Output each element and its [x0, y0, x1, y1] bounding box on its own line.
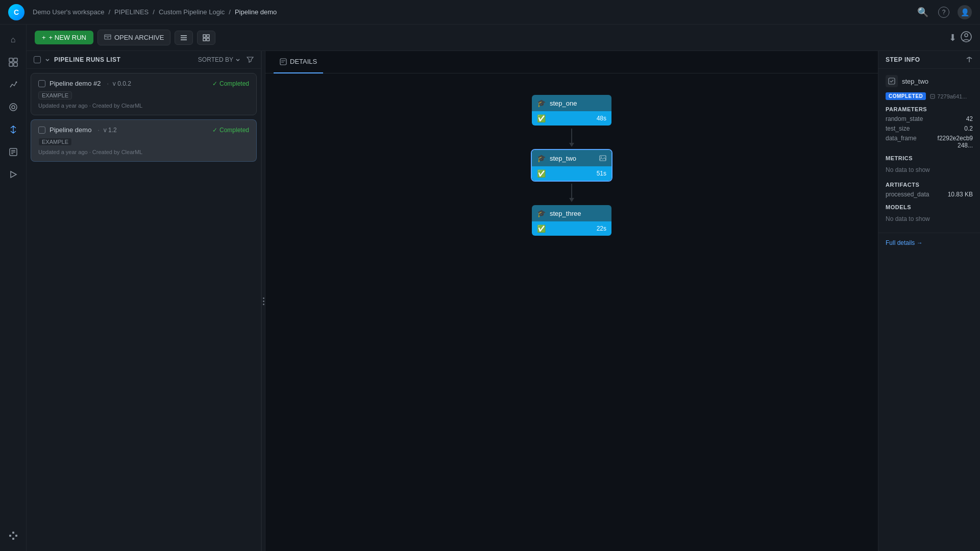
step-info-header: STEP INFO	[878, 51, 980, 69]
open-archive-button[interactable]: OPEN ARCHIVE	[97, 30, 171, 45]
tab-details[interactable]: DETAILS	[274, 51, 323, 73]
download-icon[interactable]: ⬇	[949, 32, 957, 43]
step-node-two[interactable]: 🎓 step_two ✅	[531, 149, 612, 182]
check-circle-icon: ✅	[537, 224, 546, 233]
step-id: 7279a641...	[937, 93, 967, 99]
completed-badge: COMPLETED	[886, 92, 926, 100]
search-icon[interactable]: 🔍	[916, 5, 930, 19]
run-status-label: Completed	[219, 127, 249, 134]
param-val: 0.2	[964, 125, 973, 132]
svg-rect-3	[14, 63, 17, 66]
user-profile-icon[interactable]	[961, 31, 972, 44]
step-info-content: step_two COMPLETED 7279a641... PARAMETER…	[878, 69, 980, 231]
run-tag-label: EXAMPLE	[38, 138, 72, 146]
svg-point-32	[601, 157, 602, 158]
sidebar-item-pipelines[interactable]	[4, 120, 22, 139]
sorted-by-control[interactable]: SORTED BY	[198, 56, 240, 63]
models-empty: No data to show	[886, 213, 973, 224]
sidebar-bottom	[4, 522, 22, 545]
sidebar-item-run[interactable]	[4, 165, 22, 184]
main-layout: ⌂	[0, 24, 980, 551]
breadcrumb-pipelines[interactable]: PIPELINES	[114, 8, 149, 16]
run-item[interactable]: Pipeline demo · v 1.2 ✓ Completed EXAMPL…	[31, 119, 257, 162]
param-val: 42	[966, 115, 973, 122]
param-val: f2292e2ecb9248...	[937, 135, 973, 149]
connector-line	[571, 184, 572, 198]
top-nav-actions: 🔍 ? 👤	[916, 5, 972, 19]
sidebar-item-dashboard[interactable]	[4, 53, 22, 71]
sort-chevron-icon	[235, 57, 240, 62]
help-icon[interactable]: ?	[938, 7, 949, 18]
svg-rect-34	[889, 78, 895, 84]
panel-area: PIPELINE RUNS LIST SORTED BY	[27, 51, 980, 551]
run-separator: ·	[107, 80, 108, 87]
sidebar-item-home[interactable]: ⌂	[4, 31, 22, 49]
left-panel: PIPELINE RUNS LIST SORTED BY	[27, 51, 261, 551]
sidebar: ⌂	[0, 24, 27, 551]
step-node-one[interactable]: 🎓 step_one ✅ 48s	[531, 94, 612, 127]
artifact-val: 10.83 KB	[948, 191, 973, 198]
sidebar-item-slack[interactable]	[4, 527, 22, 545]
check-icon: ✓	[212, 80, 217, 87]
breadcrumb-custom-pipeline[interactable]: Custom Pipeline Logic	[159, 8, 225, 16]
sidebar-item-models[interactable]	[4, 98, 22, 116]
step-one-progress: ✅ 48s	[532, 111, 611, 126]
grid-view-button[interactable]	[197, 31, 215, 45]
step-icon: 🎓	[537, 209, 546, 217]
runs-list: Pipeline demo #2 · v 0.0.2 ✓ Completed E…	[27, 69, 261, 551]
run-item[interactable]: Pipeline demo #2 · v 0.0.2 ✓ Completed E…	[31, 73, 257, 115]
artifact-row: processed_data 10.83 KB	[886, 191, 973, 198]
divider-dot	[263, 297, 264, 299]
svg-rect-2	[9, 63, 13, 66]
breadcrumb-sep-1: /	[108, 8, 110, 16]
svg-point-6	[12, 106, 15, 109]
connector-2	[569, 182, 574, 204]
breadcrumb: Demo User's workspace / PIPELINES / Cust…	[33, 8, 916, 16]
sidebar-item-experiments[interactable]	[4, 76, 22, 94]
pipeline-canvas[interactable]: 🎓 step_one ✅ 48s	[265, 73, 878, 551]
step-info-title: STEP INFO	[886, 56, 920, 63]
models-section-title: MODELS	[886, 204, 973, 210]
artifacts-section-title: ARTIFACTS	[886, 182, 973, 188]
svg-rect-14	[15, 535, 17, 537]
step-two-name: step_two	[550, 155, 576, 162]
artifact-key: processed_data	[886, 191, 929, 198]
full-details-link[interactable]: Full details →	[878, 233, 980, 253]
connector-line	[571, 129, 572, 143]
svg-rect-1	[14, 58, 17, 62]
breadcrumb-workspace[interactable]: Demo User's workspace	[33, 8, 104, 16]
center-panel: DETAILS 🎓 step_one ✅ 48s	[265, 51, 878, 551]
step-node-three[interactable]: 🎓 step_three ✅ 22s	[531, 204, 612, 237]
select-all-checkbox[interactable]	[34, 56, 41, 63]
step-name-row: step_two	[886, 75, 973, 87]
svg-marker-11	[11, 171, 16, 178]
metrics-section-title: METRICS	[886, 155, 973, 161]
step-two-progress: ✅ 51s	[532, 166, 611, 181]
sidebar-item-reports[interactable]	[4, 143, 22, 161]
content-area: + + NEW RUN OPEN ARCHIVE	[27, 24, 980, 551]
run-tag-label: EXAMPLE	[38, 91, 72, 99]
collapse-icon[interactable]	[966, 56, 973, 63]
svg-rect-28	[280, 59, 286, 65]
pipeline-flow: 🎓 step_one ✅ 48s	[531, 94, 612, 237]
list-view-button[interactable]	[175, 31, 193, 45]
step-name-icon	[886, 75, 898, 87]
logo-icon[interactable]: C	[8, 4, 24, 20]
toolbar-right: ⬇	[949, 31, 972, 44]
new-run-button[interactable]: + + NEW RUN	[35, 31, 93, 44]
parameters-section-title: PARAMETERS	[886, 106, 973, 112]
svg-point-5	[10, 104, 17, 111]
top-nav: C Demo User's workspace / PIPELINES / Cu…	[0, 0, 980, 24]
user-avatar[interactable]: 👤	[958, 5, 972, 19]
panel-divider[interactable]	[261, 51, 265, 551]
arrow-down-icon	[569, 143, 574, 147]
step-two-header: 🎓 step_two	[532, 150, 611, 166]
run-checkbox[interactable]	[38, 80, 45, 87]
param-row: data_frame f2292e2ecb9248...	[886, 135, 973, 149]
id-icon	[930, 94, 935, 99]
filter-icon[interactable]	[247, 56, 254, 63]
run-checkbox[interactable]	[38, 127, 45, 134]
run-separator: ·	[97, 127, 99, 134]
connector-1	[569, 127, 574, 149]
dropdown-arrow-icon[interactable]	[45, 57, 50, 62]
